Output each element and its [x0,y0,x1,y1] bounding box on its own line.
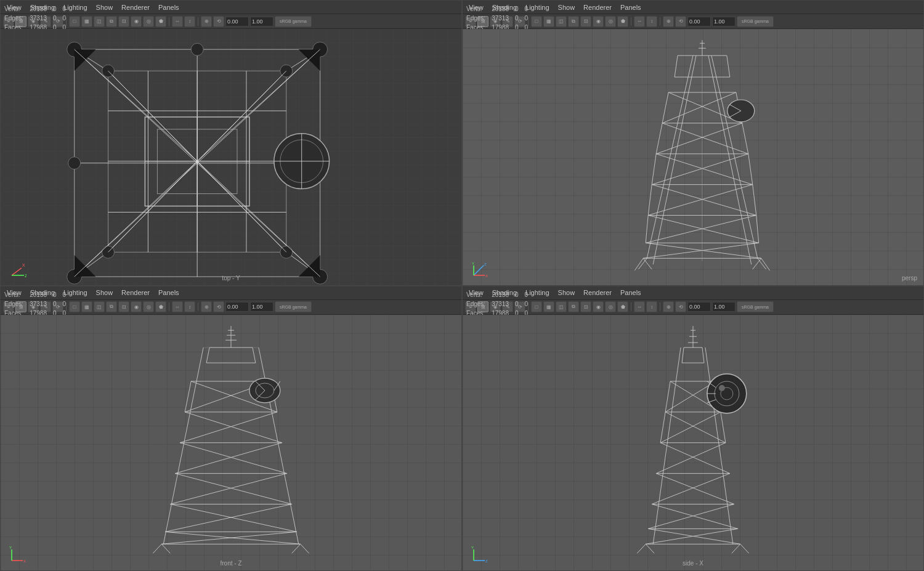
svg-line-103 [474,265,484,275]
toolbar-input-br-2[interactable] [712,302,736,312]
menu-panels-tr[interactable]: Panels [617,2,645,12]
svg-line-130 [165,532,300,544]
viewport-bottom-right: View Shading Lighting Show Renderer Pane… [462,286,924,572]
toolbar-input-2[interactable] [250,17,274,26]
svg-line-97 [643,258,652,269]
menu-renderer-tr[interactable]: Renderer [580,2,615,12]
toolbar-btn-11[interactable]: ◉ [131,16,142,27]
toolbar-btn-tr-12[interactable]: ◎ [605,16,616,27]
toolbar-btn-br-16[interactable]: ⊕ [663,301,674,312]
toolbar-btn-8[interactable]: ◫ [94,16,105,27]
toolbar-btn-tr-14[interactable]: ↔ [634,16,645,27]
svg-line-88 [727,55,730,77]
toolbar-input-br-1[interactable] [687,302,711,312]
svg-line-127 [170,473,286,504]
svg-line-172 [652,504,738,528]
toolbar-btn-tr-17[interactable]: ⟲ [675,16,686,27]
toolbar-btn-bl-10[interactable]: ⊡ [118,301,129,312]
toolbar-btn-br-7[interactable]: ▦ [543,301,554,312]
toolbar-btn-bl-16[interactable]: ⊕ [201,301,212,312]
toolbar-btn-br-12[interactable]: ◎ [605,301,616,312]
svg-line-182 [682,347,684,363]
menu-panels-br[interactable]: Panels [617,288,645,298]
toolbar-btn-12[interactable]: ◎ [143,16,154,27]
svg-line-38 [197,71,286,161]
svg-line-195 [637,544,646,553]
menu-renderer-bl[interactable]: Renderer [118,288,153,298]
sep-tr-2 [631,17,631,26]
toolbar-btn-bl-17[interactable]: ⟲ [213,301,224,312]
svg-line-69 [748,154,753,185]
toolbar-btn-tr-15[interactable]: ↕ [646,16,657,27]
toolbar-btn-br-8[interactable]: ◫ [556,301,567,312]
toolbar-btn-15[interactable]: ↕ [184,16,195,27]
toolbar-btn-cs[interactable]: sRGB gamma [275,16,312,27]
svg-line-126 [175,473,291,504]
svg-line-174 [648,528,740,544]
toolbar-btn-bl-11[interactable]: ◉ [131,301,142,312]
toolbar-input-tr-1[interactable] [687,17,711,26]
toolbar-input-1[interactable] [225,17,249,26]
sep-bl-3 [198,302,198,311]
svg-line-124 [180,442,287,473]
toolbar-btn-br-9[interactable]: ⧉ [568,301,579,312]
toolbar-btn-tr-10[interactable]: ⊡ [580,16,591,27]
menu-show-br[interactable]: Show [554,288,579,298]
svg-text:Y: Y [472,262,474,265]
toolbar-input-tr-2[interactable] [712,17,736,26]
menu-show-bl[interactable]: Show [92,288,117,298]
menu-panels-bl[interactable]: Panels [155,288,183,298]
label-edges-tr: Edges: [466,14,492,23]
viewport-label-br: side - X [683,560,703,567]
sep2 [169,17,169,26]
toolbar-btn-cs-br[interactable]: sRGB gamma [737,301,774,312]
toolbar-btn-br-17[interactable]: ⟲ [675,301,686,312]
menu-show-tr[interactable]: Show [554,2,579,12]
svg-line-179 [721,411,726,442]
svg-line-85 [643,243,758,258]
toolbar-btn-tr-11[interactable]: ◉ [593,16,604,27]
toolbar-btn-bl-7[interactable]: ▦ [81,301,92,312]
menu-show-tl[interactable]: Show [92,2,117,12]
top-view-wireframe [1,29,461,285]
toolbar-btn-9[interactable]: ⧉ [106,16,117,27]
toolbar-btn-bl-8[interactable]: ◫ [94,301,105,312]
val-verts-tl: 20138 [30,4,53,14]
toolbar-btn-16[interactable]: ⊕ [201,16,212,27]
menu-renderer-br[interactable]: Renderer [580,288,615,298]
toolbar-btn-7[interactable]: ▦ [81,16,92,27]
toolbar-btn-14[interactable]: ↔ [172,16,183,27]
toolbar-btn-bl-15[interactable]: ↕ [184,301,195,312]
toolbar-btn-13[interactable]: ⬟ [155,16,166,27]
svg-line-196 [646,544,654,553]
toolbar-btn-tr-7[interactable]: ▦ [543,16,554,27]
svg-line-146 [161,544,170,553]
svg-line-67 [742,123,748,154]
toolbar-input-bl-1[interactable] [225,302,249,312]
toolbar-btn-br-13[interactable]: ⬟ [617,301,628,312]
toolbar-input-bl-2[interactable] [250,302,274,312]
toolbar-btn-bl-13[interactable]: ⬟ [155,301,166,312]
toolbar-btn-tr-8[interactable]: ◫ [556,16,567,27]
toolbar-btn-cs-bl[interactable]: sRGB gamma [275,301,312,312]
svg-line-98 [753,258,761,269]
toolbar-btn-br-11[interactable]: ◉ [593,301,604,312]
label-verts-tl: Verts: [4,4,30,14]
svg-point-191 [719,385,725,391]
toolbar-btn-tr-9[interactable]: ⧉ [568,16,579,27]
toolbar-btn-cs-tr[interactable]: sRGB gamma [737,16,774,27]
toolbar-btn-bl-12[interactable]: ◎ [143,301,154,312]
viewport-label-bl: front - Z [220,560,241,567]
menu-panels-tl[interactable]: Panels [155,2,183,12]
toolbar-btn-bl-9[interactable]: ⧉ [106,301,117,312]
toolbar-btn-br-14[interactable]: ↔ [634,301,645,312]
toolbar-btn-br-10[interactable]: ⊡ [580,301,591,312]
menu-renderer-tl[interactable]: Renderer [118,2,153,12]
toolbar-btn-10[interactable]: ⊡ [118,16,129,27]
toolbar-btn-tr-16[interactable]: ⊕ [663,16,674,27]
toolbar-btn-bl-14[interactable]: ↔ [172,301,183,312]
svg-line-37 [108,71,198,161]
toolbar-btn-br-15[interactable]: ↕ [646,301,657,312]
toolbar-btn-tr-13[interactable]: ⬟ [617,16,628,27]
toolbar-btn-17[interactable]: ⟲ [213,16,224,27]
